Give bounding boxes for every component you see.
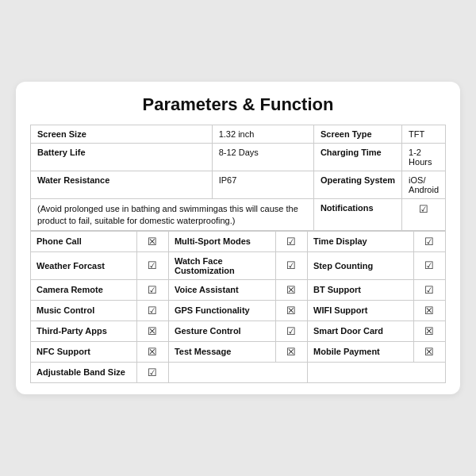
feat-testmsg-label: Test Message bbox=[168, 341, 275, 362]
feat-gesture-icon bbox=[275, 321, 307, 341]
feat-mobilepay-label: Mobile Payment bbox=[308, 341, 414, 362]
feat-nfc-label: NFC Support bbox=[31, 341, 137, 362]
feat-row-1: Phone Call Multi-Sport Modes Time Displa… bbox=[31, 231, 446, 251]
spec-value-screen-type: TFT bbox=[402, 125, 446, 144]
feat-nfc-icon bbox=[136, 341, 168, 362]
feat-wifi-label: WIFI Support bbox=[308, 300, 414, 321]
specs-table: Screen Size 1.32 inch Screen Type TFT Ba… bbox=[30, 125, 446, 231]
features-table: Phone Call Multi-Sport Modes Time Displa… bbox=[30, 231, 446, 383]
feat-voice-icon bbox=[275, 279, 307, 300]
spec-label-screen-size: Screen Size bbox=[31, 125, 213, 144]
feat-mobilepay-icon bbox=[413, 341, 445, 362]
spec-note: (Avoid prolonged use in bathing and swim… bbox=[31, 199, 314, 231]
feat-gps-label: GPS Functionality bbox=[168, 300, 275, 321]
spec-value-water: IP67 bbox=[212, 171, 313, 199]
spec-value-battery: 8-12 Days bbox=[212, 144, 313, 171]
feat-timedisplay-label: Time Display bbox=[308, 231, 414, 251]
spec-label-screen-type: Screen Type bbox=[313, 125, 401, 144]
feat-stepcounting-icon bbox=[413, 251, 445, 279]
feat-bandsize-icon bbox=[136, 362, 168, 382]
feat-empty-1 bbox=[168, 362, 307, 382]
spec-row-1: Screen Size 1.32 inch Screen Type TFT bbox=[31, 125, 446, 144]
feat-row-2: Weather Forcast Watch Face Customization… bbox=[31, 251, 446, 279]
spec-row-2: Battery Life 8-12 Days Charging Time 1-2… bbox=[31, 144, 446, 171]
feat-thirdparty-icon bbox=[136, 321, 168, 341]
feat-multisport-label: Multi-Sport Modes bbox=[168, 231, 275, 251]
card: Parameters & Function Screen Size 1.32 i… bbox=[16, 82, 460, 394]
feat-row-5: Third-Party Apps Gesture Control Smart D… bbox=[31, 321, 446, 341]
feat-music-icon bbox=[136, 300, 168, 321]
feat-stepcounting-label: Step Counting bbox=[308, 251, 414, 279]
feat-row-6: NFC Support Test Message Mobile Payment bbox=[31, 341, 446, 362]
spec-label-battery: Battery Life bbox=[31, 144, 213, 171]
feat-testmsg-icon bbox=[275, 341, 307, 362]
spec-value-os: iOS/ Android bbox=[402, 171, 446, 199]
spec-row-3: Water Resistance IP67 Operating System i… bbox=[31, 171, 446, 199]
feat-row-4: Music Control GPS Functionality WIFI Sup… bbox=[31, 300, 446, 321]
feat-bandsize-label: Adjustable Band Size bbox=[31, 362, 137, 382]
feat-timedisplay-icon bbox=[413, 231, 445, 251]
feat-watchface-icon bbox=[275, 251, 307, 279]
spec-value-screen-size: 1.32 inch bbox=[212, 125, 313, 144]
feat-thirdparty-label: Third-Party Apps bbox=[31, 321, 137, 341]
feat-weather-label: Weather Forcast bbox=[31, 251, 137, 279]
feat-multisport-icon bbox=[275, 231, 307, 251]
spec-label-notifications: Notifications bbox=[313, 199, 401, 231]
feat-phone-call-label: Phone Call bbox=[31, 231, 137, 251]
page-title: Parameters & Function bbox=[30, 94, 446, 115]
spec-row-4: (Avoid prolonged use in bathing and swim… bbox=[31, 199, 446, 231]
feat-bt-label: BT Support bbox=[308, 279, 414, 300]
spec-value-notifications bbox=[402, 199, 446, 231]
feat-music-label: Music Control bbox=[31, 300, 137, 321]
feat-phone-call-icon bbox=[136, 231, 168, 251]
spec-value-charging: 1-2 Hours bbox=[402, 144, 446, 171]
spec-label-os: Operating System bbox=[313, 171, 401, 199]
feat-weather-icon bbox=[136, 251, 168, 279]
feat-smartdoor-icon bbox=[413, 321, 445, 341]
feat-voice-label: Voice Assistant bbox=[168, 279, 275, 300]
feat-row-3: Camera Remote Voice Assistant BT Support bbox=[31, 279, 446, 300]
feat-bt-icon bbox=[413, 279, 445, 300]
feat-row-7: Adjustable Band Size bbox=[31, 362, 446, 382]
feat-gps-icon bbox=[275, 300, 307, 321]
feat-camera-icon bbox=[136, 279, 168, 300]
feat-wifi-icon bbox=[413, 300, 445, 321]
feat-camera-label: Camera Remote bbox=[31, 279, 137, 300]
feat-watchface-label: Watch Face Customization bbox=[168, 251, 275, 279]
spec-label-water: Water Resistance bbox=[31, 171, 213, 199]
feat-smartdoor-label: Smart Door Card bbox=[308, 321, 414, 341]
feat-empty-2 bbox=[308, 362, 446, 382]
spec-label-charging: Charging Time bbox=[313, 144, 401, 171]
feat-gesture-label: Gesture Control bbox=[168, 321, 275, 341]
